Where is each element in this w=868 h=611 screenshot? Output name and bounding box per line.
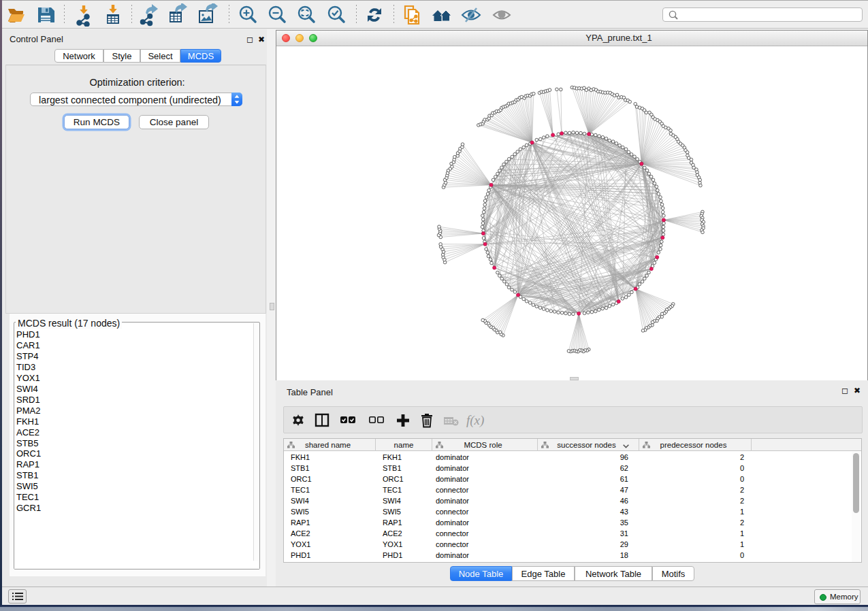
svg-text:f(x): f(x)	[466, 413, 484, 428]
